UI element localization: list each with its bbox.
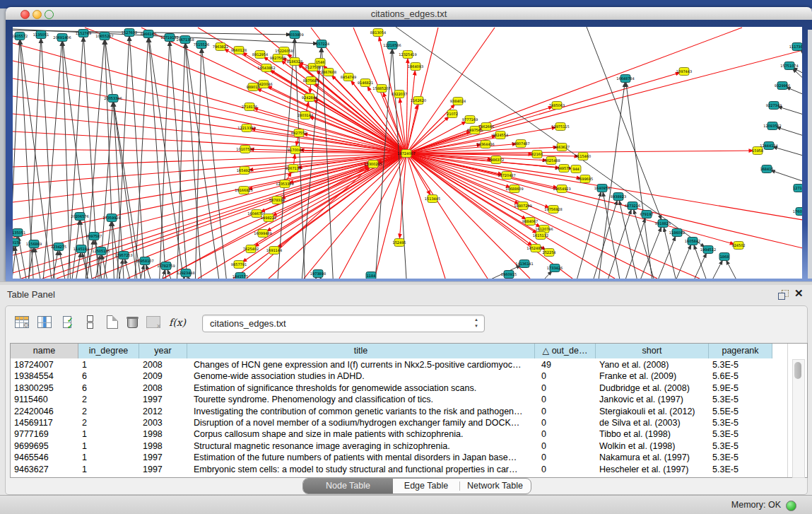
graph-edge[interactable] [148,34,167,279]
spinner-arrows-icon[interactable]: ▲▼ [473,317,480,329]
graph-edge[interactable] [85,36,105,279]
memory-ok-indicator[interactable] [786,501,796,511]
show-columns-button[interactable] [35,313,54,332]
graph-edge[interactable] [185,40,202,279]
table-row[interactable]: 2242004622012Investigating the contribut… [11,406,782,417]
graph-edge[interactable] [134,34,148,279]
table-row[interactable]: 1938455462009Genome-wide association stu… [11,370,782,382]
table-cell[interactable]: Hescheler et al. (1997) [596,464,709,475]
table-cell[interactable]: 6 [78,382,139,394]
table-cell[interactable]: 22420046 [11,406,78,417]
tab-edge-table[interactable]: Edge Table [393,479,459,493]
table-cell[interactable]: 0 [535,394,596,405]
graph-edge[interactable] [195,45,201,279]
table-cell[interactable]: 5.3E-5 [709,452,772,463]
table-cell[interactable]: 9465546 [11,452,78,463]
graph-edge[interactable] [67,33,83,279]
table-cell[interactable]: Disruption of a novel member of a sodium… [187,417,535,428]
graph-edge[interactable] [654,233,677,279]
table-cell[interactable]: 0 [535,370,596,382]
table-row[interactable]: 946362711997Embryonic stem cells: a mode… [11,464,782,475]
create-table-button[interactable] [103,313,122,332]
column-header-name[interactable]: name [11,344,78,358]
table-cell[interactable]: Wolkin et al. (1998) [596,440,709,452]
graph-edge[interactable] [117,33,129,279]
graph-edge[interactable] [59,247,67,279]
network-window[interactable]: citations_edges.txt 18724007183002957963… [6,7,812,281]
table-cell[interactable]: Changes of HCN gene expression and I(f) … [187,359,535,370]
table-cell[interactable]: 5.6E-5 [709,370,772,382]
table-cell[interactable]: Embryonic stem cells: a model to study s… [187,464,535,475]
column-header-indegree[interactable]: in_degree [78,344,139,358]
table-cell[interactable]: 9699695 [11,440,78,452]
graph-edge-red[interactable] [406,153,657,279]
table-cell[interactable]: 5.3E-5 [709,440,772,452]
graph-edge[interactable] [597,78,625,279]
function-builder-button[interactable]: f(x) [168,313,187,332]
column-header-short[interactable]: short [596,344,709,358]
table-cell[interactable]: Investigating the contribution of common… [187,406,535,417]
table-cell[interactable]: Franke et al. (2009) [596,370,709,382]
graph-edge-red[interactable] [406,28,742,153]
table-cell[interactable]: 1998 [139,440,187,452]
graph-edge[interactable] [170,37,188,279]
table-cell[interactable]: 9115460 [11,394,78,405]
table-cell[interactable]: Estimation of significance thresholds fo… [187,382,535,394]
graph-edge[interactable] [689,250,708,279]
graph-edge-red[interactable] [406,153,445,279]
table-row[interactable]: 911546021997Tourette syndrome. Phenomeno… [11,394,782,405]
graph-edge-red[interactable] [406,153,700,279]
graph-edge-red[interactable] [406,28,495,153]
graph-edge-red[interactable] [239,153,406,264]
graph-edge-red[interactable] [406,153,541,235]
table-cell[interactable]: 1 [78,440,139,452]
table-cell[interactable]: 0 [535,464,596,475]
table-cell[interactable]: 5.3E-5 [709,428,772,440]
table-row[interactable]: 977716911998Corpus callosum shape and si… [11,428,782,440]
table-cell[interactable]: 5.3E-5 [709,417,772,428]
graph-edge[interactable] [185,40,220,279]
graph-edge[interactable] [51,247,59,279]
graph-edge[interactable] [159,37,170,279]
table-cell[interactable]: Tibbo et al. (1998) [596,428,709,440]
table-cell[interactable]: 0 [535,428,596,440]
table-row[interactable]: 946554611997Estimation of the future num… [11,452,782,463]
table-cell[interactable]: 1997 [139,452,187,463]
table-cell[interactable]: Stergiakouli et al. (2012) [596,406,709,417]
graph-edge-red[interactable] [406,28,438,153]
table-cell[interactable]: 2008 [139,359,187,370]
scrollbar-thumb[interactable] [794,362,801,379]
table-cell[interactable]: 2 [78,417,139,428]
close-panel-icon[interactable]: ✕ [794,287,804,300]
table-cell[interactable]: 6 [78,370,139,382]
table-cell[interactable]: 1998 [139,428,187,440]
table-cell[interactable]: 5.3E-5 [709,394,772,405]
table-cell[interactable]: 2009 [139,370,187,382]
table-cell[interactable]: 18724007 [11,359,78,370]
graph-edge[interactable] [83,33,99,279]
table-settings-button[interactable]: ⚙ [13,313,31,332]
column-header-year[interactable]: year [139,344,187,358]
table-cell[interactable]: 0 [535,382,596,394]
table-cell[interactable]: 0 [535,417,596,428]
table-cell[interactable]: 14569117 [11,417,78,428]
table-cell[interactable]: Genome-wide association studies in ADHD. [187,370,535,382]
table-row[interactable]: 1456911722003Disruption of a novel membe… [11,417,782,428]
table-cell[interactable]: 2 [78,394,139,405]
graph-edge[interactable] [622,214,647,279]
graph-edge[interactable] [14,243,23,279]
table-cell[interactable]: 5.9E-5 [709,382,772,394]
table-cell[interactable]: 1997 [139,394,187,405]
table-cell[interactable]: 0 [535,452,596,463]
table-cell[interactable]: 5.3E-5 [709,359,772,370]
graph-edge[interactable] [767,169,802,185]
graph-edge[interactable] [604,206,632,279]
table-row[interactable]: 969969511998Structural magnetic resonanc… [11,440,782,452]
vertical-scrollbar[interactable] [792,359,805,478]
table-row[interactable]: 1830029562008Estimation of significance … [11,382,782,394]
table-cell[interactable]: de Silva et al. (2003) [596,417,709,428]
table-cell[interactable]: 1 [78,452,139,463]
table-cell[interactable]: Nakamura et al. (1997) [596,452,709,463]
table-cell[interactable]: 0 [535,440,596,452]
table-cell[interactable]: Estimation of the future numbers of pati… [187,452,535,463]
